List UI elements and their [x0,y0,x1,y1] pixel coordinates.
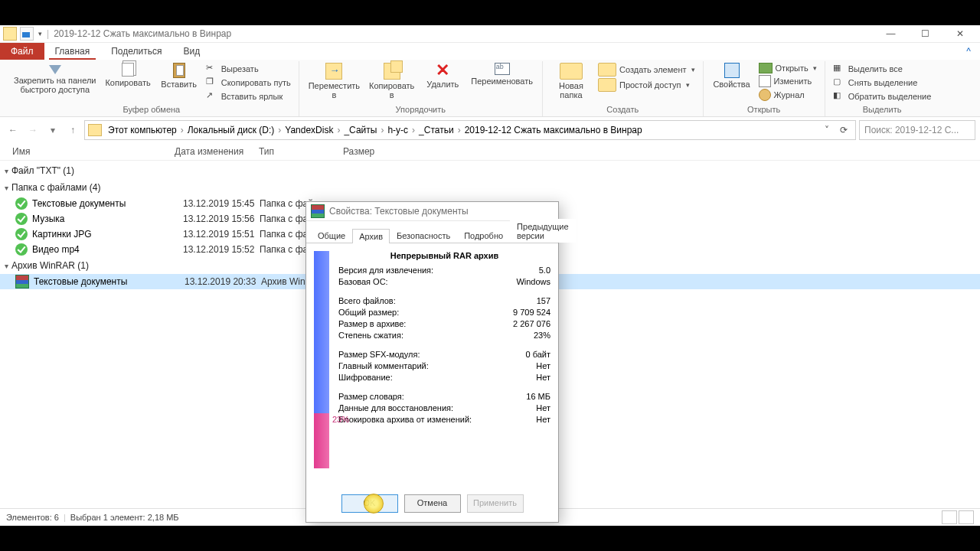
new-folder-button[interactable]: Новая папка [547,61,595,101]
crumb[interactable]: 2019-12-12 Сжать максимально в Винрар [463,125,644,135]
qat-chevron-icon[interactable]: ▾ [38,30,42,37]
col-type[interactable]: Тип [259,146,343,157]
archive-info: Непрерывный RAR архив Версия для извлече… [338,251,550,482]
folder-icon [88,124,102,136]
bar-ratio-label: 23% [332,415,349,424]
edit-button[interactable]: Изменить [759,75,817,87]
close-button[interactable]: ✕ [942,26,977,41]
property-row: Размер в архиве:2 267 076 [338,318,550,330]
tab-file[interactable]: Файл [0,43,44,60]
crumb[interactable]: Локальный диск (D:) [186,125,276,135]
property-row: Версия для извлечения:5.0 [338,265,550,276]
tab-details[interactable]: Подробно [457,228,510,243]
group-open-caption: Открыть [708,105,820,116]
tab-view[interactable]: Вид [172,43,211,60]
forward-button[interactable]: → [24,122,41,139]
crumb[interactable]: Этот компьютер [106,125,178,135]
newitem-icon [598,63,616,77]
copy-button[interactable]: Копировать [100,61,155,89]
ribbon-tabs: Файл Главная Поделиться Вид ^ [0,43,980,60]
properties-icon [724,63,740,78]
bar-compressed [314,413,329,468]
property-row: Размер словаря:16 МБ [338,391,550,403]
copy-path-button[interactable]: ❐Скопировать путь [206,77,291,89]
tab-security[interactable]: Безопасность [390,228,457,243]
tab-previous[interactable]: Предыдущие версии [510,219,575,243]
delete-button[interactable]: ✕Удалить [419,61,466,90]
paste-shortcut-button[interactable]: ↗Вставить ярлык [206,90,291,103]
recent-chevron-icon[interactable]: ▾ [44,122,61,139]
ribbon-collapse-button[interactable]: ^ [957,43,980,60]
rename-button[interactable]: Переименовать [466,61,537,87]
select-all-button[interactable]: ▦Выделить все [833,63,932,75]
select-none-button[interactable]: ▢Снять выделение [833,77,932,89]
crumb[interactable]: h-y-c [386,125,410,135]
back-button[interactable]: ← [5,122,21,139]
col-size[interactable]: Размер [343,146,412,157]
newfolder-icon [560,63,583,80]
group-clipboard-caption: Буфер обмена [9,105,294,116]
copy-to-button[interactable]: Копировать в [364,61,419,101]
tab-general[interactable]: Общие [311,228,352,243]
folder-icon [3,27,17,41]
tab-archive[interactable]: Архив [352,229,390,243]
up-button[interactable]: ↑ [64,122,81,139]
invert-selection-button[interactable]: ◧Обратить выделение [833,90,932,103]
list-group-header[interactable]: ▾Файл "TXT" (1) [0,162,980,179]
mouse-cursor-icon [364,494,384,514]
minimize-button[interactable]: — [874,26,908,41]
picture-tools-icon [20,27,34,41]
search-input[interactable]: Поиск: 2019-12-12 С... [859,120,975,140]
archive-type-header: Непрерывный RAR архив [338,251,550,265]
moveto-icon [325,63,342,80]
list-group-header[interactable]: ▾Папка с файлами (4) [0,179,980,196]
crumb[interactable]: _Сайты [342,125,378,135]
tab-share[interactable]: Поделиться [100,43,172,60]
pin-icon [49,65,61,74]
move-to-button[interactable]: Переместить в [304,61,364,101]
paste-button[interactable]: Вставить [155,61,203,90]
property-row: Базовая ОС:Windows [338,276,550,288]
cut-button[interactable]: ✂Вырезать [206,63,291,75]
addr-dropdown-icon[interactable]: ˅ [818,125,835,135]
open-button[interactable]: Открыть▾ [759,63,817,73]
refresh-button[interactable]: ⟳ [835,125,852,135]
paste-icon [173,63,185,78]
new-item-button[interactable]: Создать элемент▾ [598,63,695,77]
chevron-down-icon: ▾ [5,262,8,270]
property-row: Главный комментарий:Нет [338,360,550,372]
col-date[interactable]: Дата изменения [175,146,259,157]
chevron-down-icon: ▾ [5,167,8,175]
maximize-button[interactable]: ☐ [908,26,942,41]
journal-button[interactable]: Журнал [759,89,817,101]
tab-home[interactable]: Главная [44,43,101,60]
property-row: Всего файлов:157 [338,295,550,307]
property-row: Блокировка архива от изменений:Нет [338,414,550,425]
address-bar[interactable]: Этот компьютер› Локальный диск (D:)› Yan… [84,120,856,140]
dialog-title: Свойства: Текстовые документы [329,206,469,217]
view-large-button[interactable] [959,510,974,524]
dialog-tabs: Общие Архив Безопасность Подробно Предыд… [306,221,558,243]
properties-button[interactable]: Свойства [708,61,756,90]
crumb[interactable]: _Статьи [417,125,456,135]
view-details-button[interactable] [942,510,957,524]
property-row: Шифрование:Нет [338,372,550,383]
easyaccess-icon [598,78,616,92]
bar-original [314,251,329,413]
copypath-icon: ❐ [206,77,218,89]
easy-access-button[interactable]: Простой доступ▾ [598,78,695,92]
col-name[interactable]: Имя [12,146,175,157]
property-row: Данные для восстановления:Нет [338,403,550,414]
apply-button[interactable]: Применить [467,494,524,513]
cut-icon: ✂ [206,63,218,75]
crumb[interactable]: YandexDisk [283,125,335,135]
cancel-button[interactable]: Отмена [404,494,461,513]
status-selection: Выбран 1 элемент: 2,18 МБ [70,513,179,522]
group-new-caption: Создать [547,105,698,116]
ok-button[interactable]: OK [341,494,398,513]
pin-quickaccess-button[interactable]: Закрепить на панели быстрого доступа [9,61,100,96]
rename-icon [495,63,510,75]
property-row: Размер SFX-модуля:0 байт [338,349,550,360]
ribbon: Закрепить на панели быстрого доступа Коп… [0,60,980,117]
explorer-window: ▾ | 2019-12-12 Сжать максимально в Винра… [0,25,980,526]
